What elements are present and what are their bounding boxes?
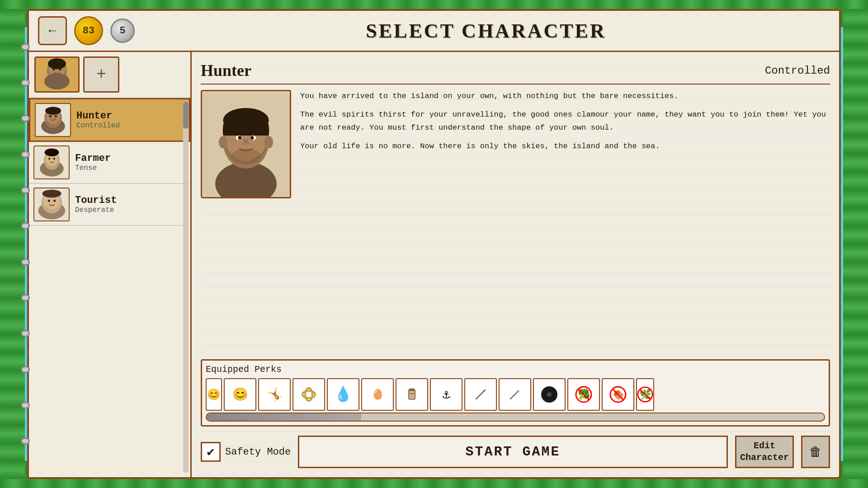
svg-point-12 [45, 107, 61, 115]
spiral-ring [21, 222, 30, 230]
no-food-2-icon: 🍖 [609, 386, 627, 403]
tourist-name: Tourist [75, 195, 117, 206]
no-icon-overlay-3 [637, 386, 653, 403]
container-icon [404, 386, 420, 403]
perk-item-water[interactable]: 💧 [327, 378, 359, 411]
right-decoration [843, 9, 868, 479]
no-symbol [575, 386, 592, 403]
no-symbol-3 [637, 386, 653, 403]
svg-point-16 [48, 158, 50, 160]
safety-mode-container: ✔ Safety Mode [201, 442, 291, 462]
perks-progress-fill [207, 413, 361, 421]
perk-item-container[interactable] [396, 378, 428, 411]
spiral-ring [21, 151, 30, 158]
add-character-button[interactable]: + [83, 56, 119, 93]
perk-item-no-food-3[interactable]: 🌿 [636, 378, 654, 411]
hunter-portrait-small [35, 103, 71, 137]
hunter-thumb-portrait [37, 56, 77, 93]
svg-point-40 [219, 136, 227, 148]
svg-point-23 [53, 199, 56, 202]
character-list-item[interactable]: Farmer Tense [29, 142, 190, 184]
svg-point-38 [231, 149, 261, 164]
spiral-binding [21, 29, 30, 459]
perk-item-dark[interactable] [533, 378, 566, 411]
start-game-button[interactable]: START GAME [298, 436, 728, 468]
perk-item-spear[interactable] [464, 378, 497, 411]
delete-character-button[interactable]: 🗑 [801, 436, 830, 468]
svg-point-32 [240, 136, 241, 138]
spiral-ring [21, 294, 30, 301]
dark-orb [541, 386, 557, 403]
notebook: ← 83 5 SELECT CHARACTER [27, 9, 841, 479]
safety-mode-checkbox[interactable]: ✔ [201, 442, 221, 462]
perk-item-rope[interactable] [292, 378, 325, 411]
svg-rect-45 [410, 389, 415, 390]
no-food-1-icon: 🥦 [575, 386, 592, 403]
hunter-large-portrait [202, 91, 290, 197]
fishing-icon [507, 386, 523, 403]
no-symbol-2 [609, 386, 627, 403]
character-description: You have arrived to the island on your o… [300, 90, 830, 354]
character-list-item[interactable]: Hunter Controlled [29, 98, 190, 142]
character-detail-row: You have arrived to the island on your o… [201, 90, 830, 354]
svg-line-55 [613, 389, 623, 400]
spiral-ring [21, 330, 30, 337]
level-badge: 5 [110, 19, 135, 43]
character-list-item[interactable]: Tourist Desperate [29, 184, 190, 226]
hunter-name: Hunter [76, 110, 120, 122]
rope-icon [300, 385, 318, 404]
perk-item-person[interactable]: 🤸 [258, 378, 291, 411]
tourist-status: Desperate [75, 206, 117, 214]
header: ← 83 5 SELECT CHARACTER [29, 11, 839, 52]
perk-item-anchor[interactable]: ⚓ [430, 378, 462, 411]
hunter-info: Hunter Controlled [76, 110, 120, 130]
coin-badge: 83 [74, 16, 103, 45]
perk-item-stone[interactable]: 🥚 [361, 378, 394, 411]
sidebar-scroll-thumb[interactable] [183, 102, 189, 129]
svg-point-35 [252, 136, 253, 138]
perk-item-smiley[interactable]: 😊 [224, 378, 256, 411]
svg-point-41 [264, 136, 273, 148]
content-area: + Hunter Controlle [29, 52, 839, 477]
tourist-portrait-small [33, 188, 70, 221]
svg-point-22 [47, 199, 50, 202]
farmer-name: Farmer [75, 153, 111, 164]
edit-character-button[interactable]: EditCharacter [735, 436, 794, 468]
farmer-status: Tense [75, 164, 111, 172]
detail-character-name: Hunter [201, 61, 251, 80]
spear-icon [472, 386, 489, 403]
tourist-portrait-svg [35, 189, 69, 221]
description-paragraph-2: The evil spirits thirst for your unravel… [300, 108, 830, 135]
description-paragraph-1: You have arrived to the island on your o… [300, 90, 830, 103]
detail-portrait-large [201, 90, 291, 198]
svg-point-37 [245, 142, 250, 145]
active-character-thumb[interactable] [34, 56, 80, 93]
svg-line-57 [640, 389, 651, 400]
perks-progress-bar[interactable] [206, 413, 825, 422]
hunter-portrait-svg [36, 104, 70, 136]
svg-rect-44 [409, 389, 415, 399]
perk-item-no-food-1[interactable]: 🥦 [567, 378, 600, 411]
perk-item[interactable]: 😊 [206, 378, 222, 411]
character-sidebar: + Hunter Controlle [29, 52, 192, 477]
tourist-info: Tourist Desperate [75, 195, 117, 214]
no-food-3-icon: 🌿 [637, 386, 653, 403]
svg-point-24 [42, 189, 61, 197]
spiral-ring [21, 79, 30, 86]
farmer-portrait-small [33, 145, 70, 179]
back-button[interactable]: ← [38, 16, 67, 45]
spiral-ring [21, 437, 30, 445]
description-paragraph-3: Your old life is no more. Now there is o… [300, 140, 830, 153]
spiral-ring [21, 115, 30, 122]
spiral-ring [21, 366, 30, 373]
perk-item-fishing[interactable] [499, 378, 531, 411]
perks-section: Equipped Perks 😊 😊 🤸 💧 🥚 [201, 359, 830, 427]
perks-row: 😊 😊 🤸 💧 🥚 [206, 378, 825, 411]
page-title: SELECT CHARACTER [142, 19, 830, 42]
sidebar-top-row: + [29, 52, 190, 98]
no-icon-overlay [575, 386, 592, 403]
spiral-ring [21, 402, 30, 409]
perks-label: Equipped Perks [206, 364, 825, 375]
sidebar-scrollbar[interactable] [183, 102, 189, 473]
perk-item-no-food-2[interactable]: 🍖 [602, 378, 634, 411]
